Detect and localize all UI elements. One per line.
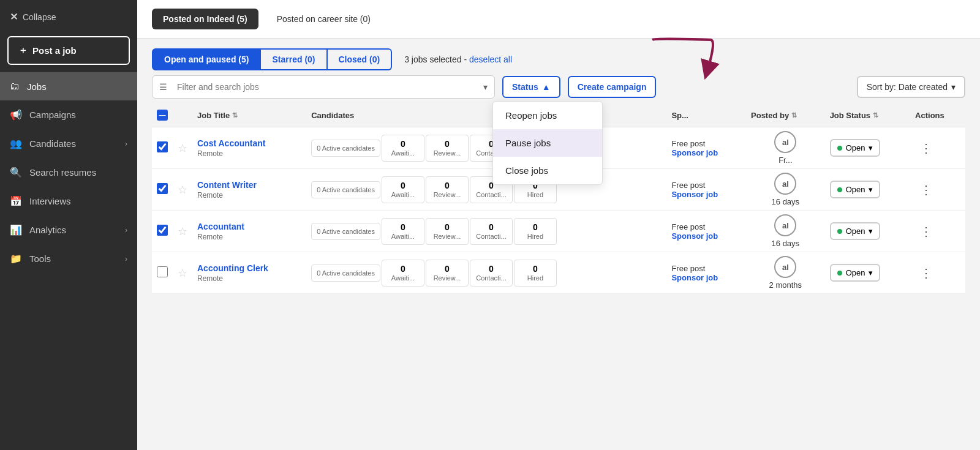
campaigns-icon: 📢	[10, 109, 22, 121]
awaiting-box[interactable]: 0 Awaiti...	[382, 218, 424, 245]
star-icon[interactable]: ☆	[178, 142, 187, 154]
job-title-link[interactable]: Content Writer	[197, 180, 301, 190]
review-box[interactable]: 0 Review...	[426, 176, 469, 203]
job-location: Remote	[197, 274, 223, 283]
sidebar-item-campaigns[interactable]: 📢 Campaigns	[0, 100, 137, 129]
posted-by-avatar: al	[774, 214, 796, 236]
tab-open-paused[interactable]: Open and paused (5)	[152, 48, 261, 70]
sponsor-job-link[interactable]: Sponsor job	[671, 273, 718, 282]
status-dropdown-menu: Reopen jobs Pause jobs Close jobs	[492, 101, 603, 185]
search-resumes-icon: 🔍	[10, 167, 22, 178]
active-candidates-box[interactable]: 0 Active candidates	[311, 140, 380, 157]
active-candidates-box[interactable]: 0 Active candidates	[311, 223, 380, 240]
active-candidates-label: 0 Active candidates	[317, 228, 375, 235]
star-icon[interactable]: ☆	[178, 225, 187, 238]
status-badge[interactable]: Open ▾	[830, 181, 881, 198]
row-actions-cell: ⋮	[910, 211, 965, 252]
sidebar-item-tools[interactable]: 📁 Tools ›	[0, 244, 137, 273]
deselect-all-link[interactable]: deselect all	[469, 54, 512, 64]
create-campaign-button[interactable]: Create campaign	[568, 76, 657, 98]
filter-search-input[interactable]	[152, 75, 495, 99]
row-star-cell: ☆	[173, 211, 192, 252]
status-dot-icon	[837, 187, 842, 192]
status-badge[interactable]: Open ▾	[830, 222, 881, 240]
job-title-link[interactable]: Accounting Clerk	[197, 263, 301, 273]
collapse-button[interactable]: ✕ Collapse	[0, 0, 137, 34]
selected-info: 3 jobs selected - deselect all	[404, 54, 512, 64]
row-days-cell: al 16 days	[746, 169, 825, 211]
more-actions-button[interactable]: ⋮	[915, 222, 937, 241]
status-label: Open	[846, 143, 865, 152]
row-checkbox[interactable]	[157, 183, 168, 194]
posted-on-indeed-button[interactable]: Posted on Indeed (5)	[152, 9, 258, 29]
row-days-cell: al 2 months	[746, 252, 825, 294]
sort-arrows-icon: ⇅	[232, 111, 238, 119]
active-candidates-box[interactable]: 0 Active candidates	[311, 264, 380, 282]
plus-icon: ＋	[18, 45, 28, 56]
job-title-link[interactable]: Accountant	[197, 222, 301, 231]
dropdown-item-reopen[interactable]: Reopen jobs	[493, 102, 602, 129]
row-checkbox-cell	[152, 127, 173, 169]
contacting-box[interactable]: 0 Contacti...	[470, 218, 513, 245]
awaiting-label: Awaiti...	[391, 233, 415, 240]
active-candidates-label: 0 Active candidates	[317, 186, 375, 193]
sidebar-item-analytics[interactable]: 📊 Analytics ›	[0, 216, 137, 244]
tab-closed[interactable]: Closed (0)	[328, 48, 393, 70]
status-badge[interactable]: Open ▾	[830, 139, 881, 157]
more-actions-button[interactable]: ⋮	[915, 180, 937, 200]
select-all-checkbox[interactable]	[157, 110, 168, 121]
dropdown-item-close[interactable]: Close jobs	[493, 157, 602, 184]
review-box[interactable]: 0 Review...	[426, 135, 469, 162]
contacting-box[interactable]: 0 Contacti...	[470, 260, 513, 287]
more-actions-button[interactable]: ⋮	[915, 263, 937, 283]
awaiting-box[interactable]: 0 Awaiti...	[382, 135, 424, 162]
row-checkbox[interactable]	[157, 225, 168, 236]
review-label: Review...	[434, 191, 461, 198]
job-title-link[interactable]: Cost Accountant	[197, 138, 301, 148]
sidebar-item-search-resumes[interactable]: 🔍 Search resumes	[0, 158, 137, 187]
active-candidates-box[interactable]: 0 Active candidates	[311, 181, 380, 198]
th-actions: Actions	[910, 103, 965, 127]
tab-starred[interactable]: Starred (0)	[261, 48, 327, 70]
row-checkbox[interactable]	[157, 266, 168, 277]
hired-box[interactable]: 0 Hired	[514, 260, 557, 287]
star-icon[interactable]: ☆	[178, 267, 187, 279]
awaiting-box[interactable]: 0 Awaiti...	[382, 260, 424, 287]
sidebar-item-campaigns-label: Campaigns	[29, 110, 76, 120]
row-days-cell: al Fr...	[746, 127, 825, 169]
chevron-right-tools-icon: ›	[125, 255, 127, 263]
sort-by-button[interactable]: Sort by: Date created ▾	[857, 76, 965, 98]
status-button[interactable]: Status ▲	[502, 76, 560, 98]
dropdown-item-pause[interactable]: Pause jobs	[493, 129, 602, 157]
sidebar-item-search-resumes-label: Search resumes	[29, 167, 96, 178]
hired-label: Hired	[527, 274, 543, 282]
review-box[interactable]: 0 Review...	[426, 260, 469, 287]
awaiting-box[interactable]: 0 Awaiti...	[382, 176, 424, 203]
sponsor-job-link[interactable]: Sponsor job	[671, 231, 718, 241]
more-actions-button[interactable]: ⋮	[915, 138, 937, 158]
sort-dropdown-arrow-icon: ▾	[951, 82, 956, 92]
sidebar-item-candidates[interactable]: 👥 Candidates ›	[0, 129, 137, 158]
post-job-button[interactable]: ＋ Post a job	[7, 36, 130, 65]
review-box[interactable]: 0 Review...	[426, 218, 469, 245]
days-label: 2 months	[769, 280, 802, 290]
sidebar-item-jobs[interactable]: 🗂 Jobs	[0, 72, 137, 100]
awaiting-label: Awaiti...	[391, 191, 415, 198]
awaiting-num: 0	[387, 264, 419, 274]
status-badge[interactable]: Open ▾	[830, 264, 881, 282]
posted-on-career-button[interactable]: Posted on career site (0)	[266, 9, 382, 29]
sponsor-job-link[interactable]: Sponsor job	[671, 148, 718, 157]
th-sponsored: Sp...	[666, 103, 746, 127]
sort-arrows-posted-icon: ⇅	[791, 111, 797, 119]
status-dot-icon	[837, 146, 842, 151]
star-icon[interactable]: ☆	[178, 184, 187, 196]
row-candidates-cell: 0 Active candidates 0 Awaiti... 0 Review…	[306, 127, 666, 169]
contacting-num: 0	[475, 264, 507, 274]
row-checkbox[interactable]	[157, 141, 168, 152]
sidebar-item-interviews[interactable]: 📅 Interviews	[0, 187, 137, 216]
row-candidates-cell: 0 Active candidates 0 Awaiti... 0 Review…	[306, 252, 666, 294]
sidebar-item-candidates-label: Candidates	[29, 138, 76, 149]
hired-box[interactable]: 0 Hired	[514, 218, 557, 245]
sponsor-job-link[interactable]: Sponsor job	[671, 190, 718, 199]
posted-by-avatar: al	[774, 131, 796, 153]
